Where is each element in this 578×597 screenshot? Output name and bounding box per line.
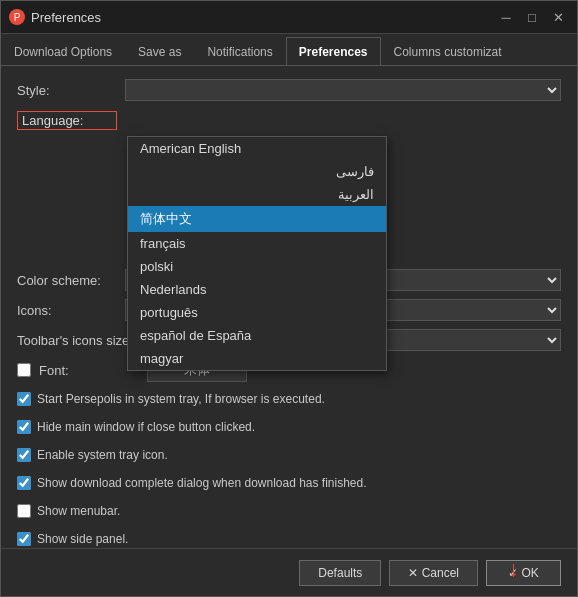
maximize-button[interactable]: □ — [521, 8, 543, 26]
lang-french[interactable]: français — [128, 232, 386, 255]
defaults-button[interactable]: Defaults — [299, 560, 381, 586]
lang-portuguese[interactable]: português — [128, 301, 386, 324]
tab-bar: Download Options Save as Notifications P… — [1, 34, 577, 66]
show-menubar-label[interactable]: Show menubar. — [37, 504, 120, 518]
checkbox-start-tray: Start Persepolis in system tray, If brow… — [17, 388, 561, 410]
font-label: Font: — [39, 363, 139, 378]
show-menubar-checkbox[interactable] — [17, 504, 31, 518]
tab-download-options[interactable]: Download Options — [1, 37, 125, 65]
show-side-label[interactable]: Show side panel. — [37, 532, 128, 546]
start-tray-checkbox[interactable] — [17, 392, 31, 406]
lang-arabic[interactable]: العربية — [128, 183, 386, 206]
checkbox-show-side: Show side panel. — [17, 528, 561, 548]
title-bar: P Preferences ─ □ ✕ — [1, 1, 577, 34]
footer: ↓ Defaults ✕ Cancel ✓ OK — [1, 548, 577, 596]
window-controls: ─ □ ✕ — [495, 8, 569, 26]
style-row: Style: — [17, 78, 561, 102]
font-checkbox[interactable] — [17, 363, 31, 377]
style-select[interactable] — [125, 79, 561, 101]
checkbox-enable-tray: Enable system tray icon. — [17, 444, 561, 466]
show-complete-label[interactable]: Show download complete dialog when downl… — [37, 476, 367, 490]
checkbox-show-complete: Show download complete dialog when downl… — [17, 472, 561, 494]
language-dropdown[interactable]: American English فارسی العربية 简体中文 fran… — [127, 136, 387, 371]
lang-simplified-chinese[interactable]: 简体中文 — [128, 206, 386, 232]
cancel-button[interactable]: ✕ Cancel — [389, 560, 478, 586]
checkbox-show-menubar: Show menubar. — [17, 500, 561, 522]
lang-spanish[interactable]: español de España — [128, 324, 386, 347]
lang-farsi[interactable]: فارسی — [128, 160, 386, 183]
minimize-button[interactable]: ─ — [495, 8, 517, 26]
ok-button[interactable]: ✓ OK — [486, 560, 561, 586]
arrow-indicator: ↓ — [508, 556, 519, 582]
tab-preferences[interactable]: Preferences — [286, 37, 381, 65]
start-tray-label[interactable]: Start Persepolis in system tray, If brow… — [37, 392, 325, 406]
icons-label: Icons: — [17, 303, 117, 318]
checkbox-hide-main: Hide main window if close button clicked… — [17, 416, 561, 438]
tab-notifications[interactable]: Notifications — [194, 37, 285, 65]
lang-polish[interactable]: polski — [128, 255, 386, 278]
tab-columns[interactable]: Columns customizat — [381, 37, 515, 65]
preferences-window: P Preferences ─ □ ✕ Download Options Sav… — [0, 0, 578, 597]
enable-tray-label[interactable]: Enable system tray icon. — [37, 448, 168, 462]
enable-tray-checkbox[interactable] — [17, 448, 31, 462]
language-label: Language: — [17, 111, 117, 130]
hide-main-checkbox[interactable] — [17, 420, 31, 434]
show-complete-checkbox[interactable] — [17, 476, 31, 490]
toolbar-icons-size-label: Toolbar's icons size: — [17, 333, 133, 348]
style-label: Style: — [17, 83, 117, 98]
lang-dutch[interactable]: Nederlands — [128, 278, 386, 301]
show-side-checkbox[interactable] — [17, 532, 31, 546]
close-button[interactable]: ✕ — [547, 8, 569, 26]
app-icon: P — [9, 9, 25, 25]
window-title: Preferences — [31, 10, 495, 25]
language-row: Language: American English فارسی العربية… — [17, 108, 561, 132]
color-scheme-label: Color scheme: — [17, 273, 117, 288]
lang-american-english[interactable]: American English — [128, 137, 386, 160]
lang-hungarian[interactable]: magyar — [128, 347, 386, 370]
tab-save-as[interactable]: Save as — [125, 37, 194, 65]
content-area: Style: Language: American English فارسی … — [1, 66, 577, 548]
hide-main-label[interactable]: Hide main window if close button clicked… — [37, 420, 255, 434]
